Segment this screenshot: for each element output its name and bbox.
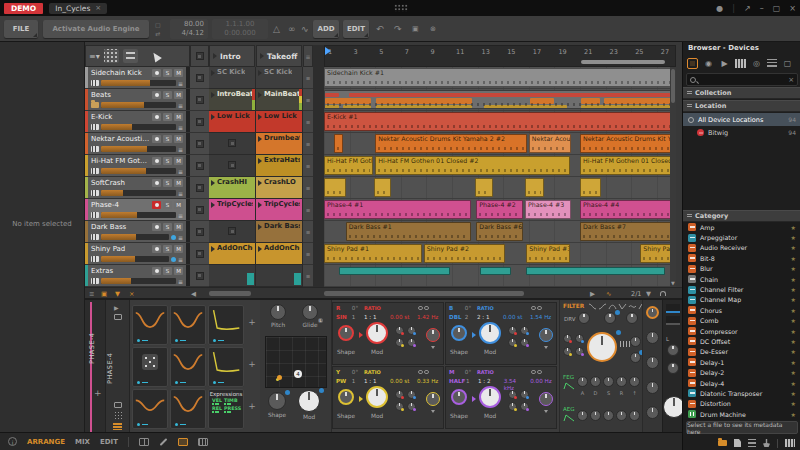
track-row[interactable]: Phase-4SM≡: [85, 199, 190, 221]
grid-view-icon[interactable]: [104, 49, 119, 63]
volume-bar[interactable]: [101, 80, 176, 86]
arranger-scrollbar[interactable]: [324, 291, 524, 296]
mute-button[interactable]: M: [174, 179, 183, 187]
location-item[interactable]: All Device Locations94: [683, 113, 800, 126]
record-arm-button[interactable]: [152, 157, 161, 165]
track-menu-icon[interactable]: ≡: [178, 256, 183, 263]
file-menu-button[interactable]: FILE: [4, 20, 38, 38]
mute-button[interactable]: M: [174, 91, 183, 99]
arranger-clip[interactable]: Nektar Acoustic Drums Kit Yamaha 2 #2: [375, 134, 526, 153]
category-item[interactable]: Comb★: [683, 316, 800, 326]
fx-strip-knob[interactable]: [646, 331, 659, 344]
volume-bar[interactable]: [101, 146, 176, 152]
osc-level-knob[interactable]: [426, 392, 440, 406]
favorite-star-icon[interactable]: ★: [791, 390, 796, 397]
clip-slot[interactable]: TripCycles: [256, 199, 303, 221]
clip-stop-button[interactable]: [190, 199, 209, 221]
fx-strip-knob[interactable]: [646, 306, 659, 319]
favorite-star-icon[interactable]: ★: [791, 224, 796, 231]
aeg-knob[interactable]: [590, 410, 601, 421]
modulator-slot-sine[interactable]: [170, 389, 206, 429]
favorite-star-icon[interactable]: ★: [791, 307, 796, 314]
pointer-tool-icon[interactable]: [150, 50, 162, 62]
osc-num[interactable]: 1: [466, 378, 476, 392]
device-enable-icon[interactable]: ▶: [114, 304, 119, 311]
mute-button[interactable]: M: [174, 267, 183, 275]
osc-num[interactable]: 1: [352, 378, 362, 385]
osc-shape-knob[interactable]: [451, 389, 467, 405]
device-panel-toggle-icon[interactable]: [178, 438, 188, 446]
panel-divider[interactable]: [313, 45, 324, 287]
project-tab[interactable]: In_Cycles ×: [49, 3, 107, 14]
record-arm-button[interactable]: [152, 223, 161, 231]
favorite-star-icon[interactable]: ★: [791, 296, 796, 303]
solo-button[interactable]: S: [163, 157, 172, 165]
info-icon[interactable]: i: [8, 437, 17, 446]
osc-mod-amount-knob[interactable]: [407, 390, 416, 399]
arranger-clip[interactable]: Phase-4 #2: [476, 200, 522, 219]
record-arm-button[interactable]: [152, 135, 161, 143]
category-item[interactable]: DC Offset★: [683, 336, 800, 346]
semitone-value[interactable]: 0.00 st: [390, 314, 415, 321]
clip-slot[interactable]: SC Kick: [256, 67, 303, 89]
frequency-value[interactable]: 0.33 Hz: [417, 378, 440, 385]
osc-shape-knob[interactable]: [338, 325, 354, 341]
category-item[interactable]: Audio Receiver★: [683, 243, 800, 253]
activate-audio-engine-button[interactable]: Activate Audio Engine: [43, 20, 149, 38]
frequency-value[interactable]: 1.54 Hz: [530, 314, 553, 321]
feg-knob[interactable]: [629, 376, 640, 387]
circle-icon[interactable]: [531, 306, 536, 311]
mute-button[interactable]: M: [174, 245, 183, 253]
play-clip-icon[interactable]: [258, 136, 262, 142]
solo-button[interactable]: S: [163, 179, 172, 187]
record-arm-button[interactable]: [152, 179, 161, 187]
circle-icon[interactable]: [531, 370, 536, 375]
global-mod-knob[interactable]: [298, 390, 320, 412]
redo-icon[interactable]: ↷: [394, 20, 402, 38]
device-track-strip[interactable]: PHASE-4 +: [85, 300, 106, 434]
volume-bar[interactable]: [101, 234, 169, 240]
favorite-star-icon[interactable]: ★: [791, 369, 796, 376]
play-clip-icon[interactable]: [258, 158, 262, 164]
fx-strip-knob[interactable]: [646, 356, 659, 369]
fx-strip-knob[interactable]: [646, 381, 659, 394]
modulator-slot-sine[interactable]: [132, 305, 168, 345]
maximize-icon[interactable]: ▢: [773, 4, 781, 13]
track-row[interactable]: Shiny PadSM≡: [85, 243, 190, 265]
favorite-star-icon[interactable]: ★: [791, 286, 796, 293]
ratio-value[interactable]: 1 : 1: [364, 378, 388, 385]
track-menu-icon[interactable]: ≡: [178, 234, 183, 241]
clip-slot[interactable]: Low Lick: [256, 111, 303, 133]
mute-button[interactable]: M: [174, 157, 183, 165]
track-row[interactable]: Nektar Acoustic ...SM≡: [85, 133, 190, 155]
favorite-star-icon[interactable]: ★: [791, 411, 796, 418]
browser-search-field[interactable]: ×: [686, 73, 798, 86]
arranger-clip[interactable]: E-Kick #1: [324, 112, 676, 131]
osc-shape-knob[interactable]: [451, 325, 467, 341]
osc-mod-amount-knob[interactable]: [407, 402, 416, 411]
ratio-value[interactable]: 1 : 1: [364, 314, 388, 321]
osc-level-knob[interactable]: [539, 392, 553, 406]
minimize-icon[interactable]: –: [760, 4, 764, 13]
search-input[interactable]: [696, 75, 788, 85]
filter-mod-knob[interactable]: [563, 334, 572, 343]
semitone-value[interactable]: 0.00 st: [390, 378, 415, 385]
volume-bar[interactable]: [101, 278, 176, 284]
env-amount-knob[interactable]: [626, 312, 638, 324]
output-pan-knob[interactable]: [667, 344, 679, 356]
favorite-star-icon[interactable]: ★: [791, 317, 796, 324]
clip-slot[interactable]: Dark Bass: [256, 221, 303, 243]
collapse-icon[interactable]: ▼: [115, 290, 120, 298]
favorite-star-icon[interactable]: ★: [791, 244, 796, 251]
osc-mod-knob[interactable]: [366, 386, 388, 408]
clip-slot[interactable]: Low Lick: [209, 111, 256, 133]
volume-bar[interactable]: [101, 256, 169, 262]
solo-button[interactable]: S: [163, 113, 172, 121]
sliders-icon[interactable]: [748, 439, 756, 447]
play-clip-icon[interactable]: [258, 246, 262, 252]
osc-num[interactable]: 2: [465, 314, 475, 321]
play-clip-icon[interactable]: [211, 246, 215, 252]
favorite-star-icon[interactable]: ★: [791, 380, 796, 387]
resonance-knob[interactable]: [630, 336, 641, 347]
modulator-grid-icon[interactable]: [114, 411, 122, 419]
